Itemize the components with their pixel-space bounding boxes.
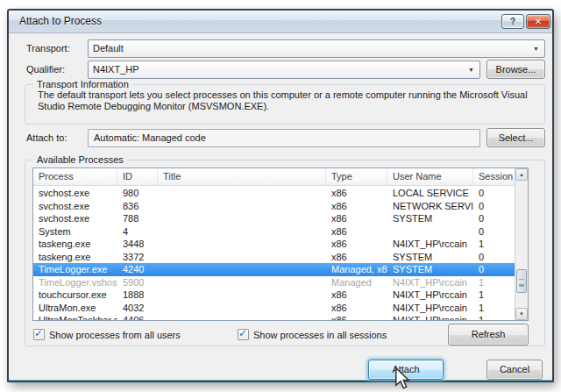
show-all-users-checkbox[interactable]: ✓ Show processes from all users: [33, 329, 209, 341]
cell-user: SYSTEM: [387, 251, 473, 264]
process-row[interactable]: taskeng.exe3372x86SYSTEM0: [33, 251, 515, 264]
cell-type: x86: [326, 289, 387, 302]
help-button[interactable]: ?: [501, 14, 524, 29]
cell-title: [158, 212, 326, 225]
cell-user: [387, 225, 473, 239]
cell-session: 0: [473, 251, 515, 264]
cell-type: x86: [326, 225, 387, 239]
cell-user: N4IXT_HP\rccain: [387, 276, 473, 289]
cell-title: [158, 302, 326, 315]
cell-user: N4IXT_HP\rccain: [387, 289, 473, 302]
cell-session: 0: [473, 263, 515, 276]
available-processes-title: Available Processes: [33, 154, 127, 165]
cell-process: UltraMon.exe: [33, 302, 117, 315]
cell-type: x86: [326, 187, 387, 200]
question-icon: ?: [510, 17, 515, 26]
cell-id: 788: [117, 212, 158, 225]
cell-id: 3448: [117, 238, 158, 251]
cell-session: 1: [473, 314, 515, 320]
attach-button[interactable]: Attach: [368, 360, 444, 380]
attach-to-field[interactable]: Automatic: Managed code: [88, 129, 480, 147]
process-list: Process ID Title Type User Name Session …: [32, 167, 529, 321]
cell-id: 5900: [117, 276, 158, 289]
scrollbar-thumb[interactable]: [516, 269, 527, 293]
browse-button[interactable]: Browse...: [486, 60, 545, 79]
process-row[interactable]: TimeLogger.exe4240Managed, x86SYSTEM0: [33, 263, 515, 276]
process-row[interactable]: svchost.exe836x86NETWORK SERVICE0: [33, 200, 515, 213]
column-header-title[interactable]: Title: [158, 168, 326, 185]
cell-title: [158, 314, 326, 320]
column-header-id[interactable]: ID: [117, 168, 158, 185]
scroll-down-button[interactable]: ▼: [515, 308, 528, 320]
cell-user: SYSTEM: [387, 263, 473, 276]
vertical-scrollbar[interactable]: ▲ ▼: [515, 168, 528, 320]
column-header-type[interactable]: Type: [326, 168, 387, 185]
cell-title: [158, 200, 326, 213]
cell-id: 4240: [117, 263, 158, 276]
cell-type: x86: [326, 251, 387, 264]
scroll-up-button[interactable]: ▲: [515, 168, 528, 181]
cell-process: taskeng.exe: [33, 251, 117, 264]
transport-info-text: The default transport lets you select pr…: [38, 89, 534, 112]
show-all-users-label: Show processes from all users: [49, 329, 181, 341]
process-row[interactable]: TimeLogger.vshost.e...5900ManagedN4IXT_H…: [33, 276, 515, 289]
column-header-session[interactable]: Session: [473, 168, 515, 185]
checkbox-checked-icon: ✓: [238, 329, 249, 340]
cell-type: x86: [326, 200, 387, 213]
cell-type: Managed: [326, 276, 387, 289]
cell-user: NETWORK SERVICE: [387, 200, 473, 213]
column-header-username[interactable]: User Name: [387, 168, 473, 185]
cell-session: 1: [473, 302, 515, 315]
cell-session: 1: [473, 289, 515, 302]
cell-session: 0: [473, 200, 515, 213]
available-processes-group: Available Processes Process ID Title Typ…: [25, 160, 545, 346]
cell-user: N4IXT_HP\rccain: [387, 302, 473, 315]
cell-user: N4IXT_HP\rccain: [387, 314, 473, 320]
cell-user: SYSTEM: [387, 212, 473, 225]
cell-process: svchost.exe: [33, 212, 117, 225]
process-row[interactable]: taskeng.exe3448x86N4IXT_HP\rccain1: [33, 238, 515, 251]
cell-title: [158, 225, 326, 239]
transport-combobox[interactable]: Default ▼: [88, 39, 545, 58]
process-row[interactable]: System4x860: [33, 225, 515, 239]
process-rows: svchost.exe980x86LOCAL SERVICE0svchost.e…: [33, 187, 515, 320]
attach-to-label: Attach to:: [26, 132, 67, 143]
cell-title: [158, 238, 326, 251]
close-button[interactable]: ✕: [526, 14, 550, 29]
process-row[interactable]: UltraMonTaskbar.exe4406x86N4IXT_HP\rccai…: [33, 314, 515, 320]
process-row[interactable]: touchcursor.exe1888x86N4IXT_HP\rccain1: [33, 289, 515, 302]
cell-id: 4: [117, 225, 158, 239]
show-all-sessions-checkbox[interactable]: ✓ Show processes in all sessions: [238, 329, 422, 341]
cell-id: 3372: [117, 251, 158, 264]
cell-process: svchost.exe: [33, 187, 117, 200]
process-row[interactable]: UltraMon.exe4032x86N4IXT_HP\rccain1: [33, 302, 515, 315]
checkbox-checked-icon: ✓: [33, 329, 45, 340]
refresh-button[interactable]: Refresh: [448, 324, 529, 346]
close-icon: ✕: [535, 17, 542, 26]
cell-session: 1: [473, 276, 515, 289]
cell-id: 980: [117, 187, 158, 200]
titlebar[interactable]: Attach to Process ? ✕: [9, 11, 552, 33]
cell-process: touchcursor.exe: [33, 289, 117, 302]
cell-type: Managed, x86: [326, 263, 387, 276]
cancel-button[interactable]: Cancel: [486, 360, 543, 380]
process-row[interactable]: svchost.exe788x86SYSTEM0: [33, 212, 515, 225]
transport-info-title: Transport Information: [33, 79, 132, 89]
select-button[interactable]: Select...: [486, 128, 545, 147]
qualifier-combobox[interactable]: N4IXT_HP ▼: [88, 61, 480, 79]
cell-type: x86: [326, 212, 387, 225]
arrow-up-icon: ▲: [519, 172, 524, 177]
chevron-down-icon: ▼: [533, 40, 539, 57]
cell-session: 0: [473, 187, 515, 200]
process-row[interactable]: svchost.exe980x86LOCAL SERVICE0: [33, 187, 515, 200]
qualifier-label: Qualifier:: [26, 64, 65, 75]
cell-process: System: [33, 225, 117, 239]
cell-process: UltraMonTaskbar.exe: [33, 314, 117, 320]
cell-title: [158, 276, 326, 289]
cell-id: 836: [117, 200, 158, 213]
column-header-process[interactable]: Process: [33, 168, 117, 185]
cell-user: N4IXT_HP\rccain: [387, 238, 473, 251]
attach-to-process-dialog: Attach to Process ? ✕ Transport: Default…: [7, 9, 554, 382]
chevron-down-icon: ▼: [468, 61, 474, 78]
screen: { "window": { "title": "Attach to Proces…: [0, 0, 561, 392]
